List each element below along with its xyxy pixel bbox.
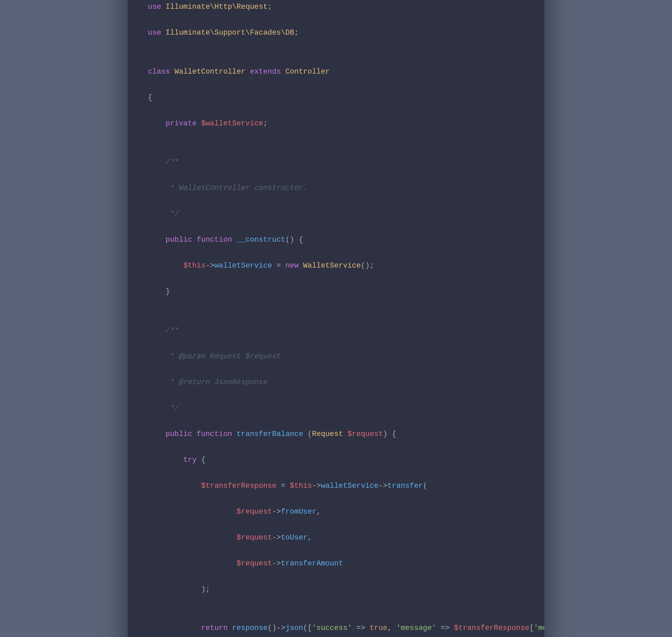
code-editor: <?php namespace App\Http\Controllers; us…: [128, 0, 544, 637]
line-19: $this->walletService = new WalletService…: [148, 259, 524, 273]
code-window: <?php namespace App\Http\Controllers; us…: [128, 0, 544, 637]
line-8: use Illuminate\Http\Request;: [148, 1, 524, 14]
line-20: }: [148, 285, 524, 298]
line-9: use Illuminate\Support\Facades\DB;: [148, 26, 524, 40]
line-13: private $walletService;: [148, 117, 524, 130]
line-25: */: [148, 402, 524, 415]
line-29: $request->fromUser,: [148, 506, 524, 519]
line-12: {: [148, 91, 524, 105]
line-24: * @return JsonResponse: [148, 376, 524, 389]
line-18: public function __construct() {: [148, 234, 524, 247]
line-34: return response()->json(['success' => tr…: [148, 622, 524, 635]
line-23: * @param Request $request: [148, 350, 524, 363]
line-16: * WalletController constructor.: [148, 182, 524, 195]
line-31: $request->transferAmount: [148, 557, 524, 570]
line-28: $transferResponse = $this->walletService…: [148, 480, 524, 493]
line-11: class WalletController extends Controlle…: [148, 66, 524, 79]
line-17: */: [148, 208, 524, 221]
line-15: /**: [148, 156, 524, 169]
line-26: public function transferBalance (Request…: [148, 428, 524, 441]
line-32: );: [148, 583, 524, 596]
line-22: /**: [148, 324, 524, 338]
line-30: $request->toUser,: [148, 531, 524, 545]
line-27: try {: [148, 454, 524, 467]
